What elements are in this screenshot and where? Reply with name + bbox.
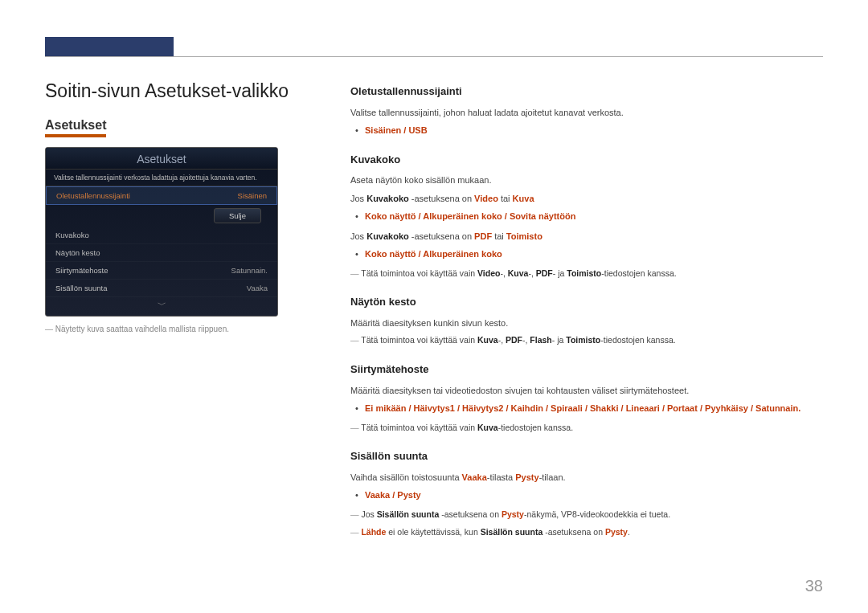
- page-number: 38: [805, 577, 823, 595]
- header-accent-bar: [45, 37, 174, 56]
- settings-panel-title: Asetukset: [46, 148, 277, 170]
- left-column: Soitin-sivun Asetukset-valikko Asetukset…: [45, 80, 318, 543]
- settings-close-row: Sulje: [46, 205, 277, 227]
- heading-transition-effect: Siirtymätehoste: [350, 362, 823, 378]
- heading-screen-duration: Näytön kesto: [350, 294, 823, 310]
- close-button[interactable]: Sulje: [214, 208, 261, 223]
- desc-content-orientation: Vaihda sisällön toistosuunta Vaaka-tilas…: [350, 471, 823, 484]
- desc-default-storage: Valitse tallennussijainti, johon haluat …: [350, 106, 823, 120]
- chevron-down-icon[interactable]: ﹀: [46, 297, 277, 316]
- note-picture-size: Tätä toimintoa voi käyttää vain Video-, …: [350, 268, 823, 280]
- heading-default-storage: Oletustallennussijainti: [350, 84, 823, 100]
- note-screen-duration: Tätä toimintoa voi käyttää vain Kuva-, P…: [350, 334, 823, 347]
- heading-content-orientation: Sisällön suunta: [350, 448, 823, 464]
- settings-row-default-storage[interactable]: Oletustallennussijainti Sisäinen: [46, 186, 277, 205]
- settings-row-content-orientation[interactable]: Sisällön suunta Vaaka: [46, 280, 277, 297]
- right-column: Oletustallennussijainti Valitse tallennu…: [350, 80, 823, 543]
- options-picture-size-1: Koko näyttö / Alkuperäinen koko / Sovita…: [350, 210, 823, 223]
- note-content-orientation-2: Lähde ei ole käytettävissä, kun Sisällön…: [350, 526, 823, 539]
- page-title: Soitin-sivun Asetukset-valikko: [45, 80, 318, 102]
- settings-row-picture-size[interactable]: Kuvakoko: [46, 227, 277, 244]
- options-content-orientation: Vaaka / Pysty: [350, 488, 823, 502]
- settings-row-screen-duration[interactable]: Näytön kesto: [46, 244, 277, 262]
- note-transition-effect: Tätä toimintoa voi käyttää vain Kuva-tie…: [350, 422, 823, 435]
- panel-caption: Näytetty kuva saattaa vaihdella mallista…: [45, 325, 318, 333]
- heading-picture-size: Kuvakoko: [350, 152, 823, 168]
- desc-picture-size: Aseta näytön koko sisällön mukaan.: [350, 174, 823, 187]
- options-default-storage: Sisäinen / USB: [350, 124, 823, 137]
- settings-row-transition-effect[interactable]: Siirtymätehoste Satunnain.: [46, 262, 277, 280]
- settings-panel: Asetukset Valitse tallennussijainti verk…: [45, 147, 278, 317]
- options-picture-size-2: Koko näyttö / Alkuperäinen koko: [350, 247, 823, 261]
- section-heading: Asetukset: [45, 118, 318, 137]
- line-picture-size-video-image: Jos Kuvakoko -asetuksena on Video tai Ku…: [350, 192, 823, 206]
- header-rule: [45, 56, 823, 57]
- desc-transition-effect: Määritä diaesityksen tai videotiedoston …: [350, 384, 823, 398]
- options-transition-effect: Ei mikään / Häivytys1 / Häivytys2 / Kaih…: [350, 402, 823, 415]
- line-picture-size-pdf-office: Jos Kuvakoko -asetuksena on PDF tai Toim…: [350, 230, 823, 243]
- note-content-orientation-1: Jos Sisällön suunta -asetuksena on Pysty…: [350, 509, 823, 521]
- settings-panel-description: Valitse tallennussijainti verkosta ladat…: [46, 170, 277, 186]
- desc-screen-duration: Määritä diaesityksen kunkin sivun kesto.: [350, 317, 823, 330]
